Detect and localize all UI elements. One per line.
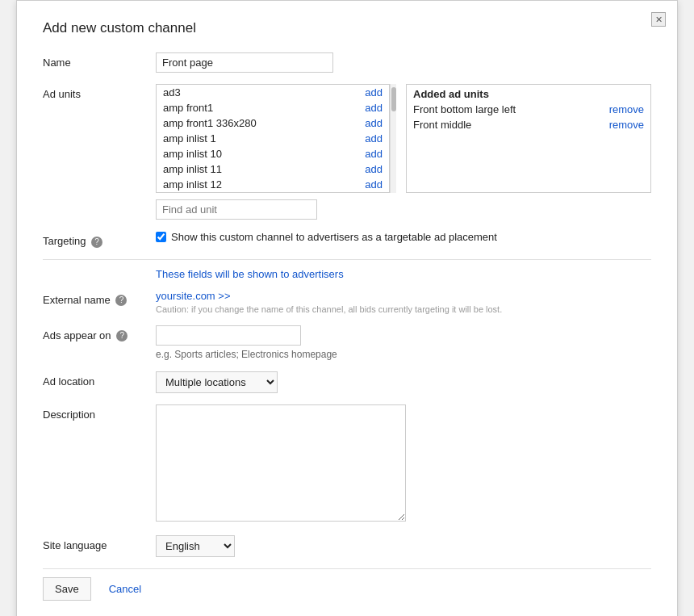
add-link[interactable]: add <box>365 163 383 175</box>
targeting-text: Show this custom channel to advertisers … <box>171 231 497 243</box>
ad-units-row: Ad units ad3 add amp front1 add <box>43 84 651 220</box>
add-link[interactable]: add <box>365 117 383 129</box>
add-link[interactable]: add <box>365 86 383 98</box>
targeting-content: Show this custom channel to advertisers … <box>156 231 651 243</box>
add-custom-channel-dialog: ✕ Add new custom channel Name Ad units a… <box>16 0 678 616</box>
site-language-content: English Spanish French German <box>156 535 651 557</box>
targeting-label: Targeting ? <box>43 231 156 248</box>
description-textarea[interactable] <box>156 404 406 522</box>
external-name-link[interactable]: yoursite.com >> <box>156 290 231 302</box>
list-item: amp inlist 10 add <box>157 146 389 161</box>
remove-link[interactable]: remove <box>609 103 644 115</box>
divider <box>43 568 651 569</box>
targeting-checkbox[interactable] <box>156 232 166 242</box>
list-item: amp front1 336x280 add <box>157 115 389 131</box>
add-link[interactable]: add <box>365 102 383 114</box>
list-item: Front middle remove <box>407 117 650 132</box>
ad-units-container: ad3 add amp front1 add amp front1 336x28… <box>156 84 651 220</box>
scrollbar[interactable] <box>390 84 396 193</box>
fields-notice: These fields will be shown to advertiser… <box>156 268 344 280</box>
ad-units-content: ad3 add amp front1 add amp front1 336x28… <box>156 84 651 220</box>
description-row: Description <box>43 404 651 524</box>
ad-location-content: Multiple locations Top Bottom Left Right <box>156 371 651 393</box>
name-label: Name <box>43 52 156 69</box>
ad-location-row: Ad location Multiple locations Top Botto… <box>43 371 651 393</box>
site-language-select[interactable]: English Spanish French German <box>156 535 235 557</box>
list-item: amp front1 add <box>157 100 389 115</box>
remove-link[interactable]: remove <box>609 119 644 131</box>
list-item: amp inlist 1 add <box>157 131 389 146</box>
ads-appear-on-input[interactable] <box>156 325 301 346</box>
cancel-button[interactable]: Cancel <box>109 583 141 595</box>
name-row: Name <box>43 52 651 73</box>
add-link[interactable]: add <box>365 148 383 160</box>
ad-units-label: Ad units <box>43 84 156 100</box>
name-input[interactable] <box>156 52 333 73</box>
caution-text: Caution: if you change the name of this … <box>156 304 651 314</box>
save-button[interactable]: Save <box>43 577 91 601</box>
ads-appear-on-content: e.g. Sports articles; Electronics homepa… <box>156 325 651 360</box>
description-content <box>156 404 651 524</box>
description-label: Description <box>43 404 156 421</box>
targeting-row: Targeting ? Show this custom channel to … <box>43 231 651 260</box>
external-name-help-icon[interactable]: ? <box>115 295 127 306</box>
targeting-help-icon[interactable]: ? <box>91 237 102 248</box>
external-name-content: yoursite.com >> Caution: if you change t… <box>156 290 651 314</box>
external-name-label: External name ? <box>43 290 156 307</box>
external-name-row: External name ? yoursite.com >> Caution:… <box>43 290 651 314</box>
added-ad-units-header: Added ad units <box>407 85 650 102</box>
dialog-title: Add new custom channel <box>43 20 651 36</box>
list-item: amp inlist 12 add <box>157 177 389 192</box>
eg-text: e.g. Sports articles; Electronics homepa… <box>156 349 651 360</box>
name-content <box>156 52 651 73</box>
ads-appear-help-icon[interactable]: ? <box>116 330 128 342</box>
add-link[interactable]: add <box>365 178 383 191</box>
form-actions: Save Cancel <box>43 577 651 601</box>
ad-units-list[interactable]: ad3 add amp front1 add amp front1 336x28… <box>156 84 390 193</box>
site-language-row: Site language English Spanish French Ger… <box>43 535 651 557</box>
targeting-checkbox-label[interactable]: Show this custom channel to advertisers … <box>156 231 651 243</box>
ad-location-label: Ad location <box>43 371 156 388</box>
ads-appear-on-label: Ads appear on ? <box>43 325 156 342</box>
ad-location-select[interactable]: Multiple locations Top Bottom Left Right <box>156 371 278 393</box>
list-item: Front bottom large left remove <box>407 102 650 117</box>
close-button[interactable]: ✕ <box>651 12 666 27</box>
scrollbar-thumb <box>391 87 396 111</box>
find-ad-unit-input[interactable] <box>156 199 317 220</box>
ads-appear-on-row: Ads appear on ? e.g. Sports articles; El… <box>43 325 651 360</box>
list-item: amp inlist 11 add <box>157 161 389 177</box>
added-ad-units-panel: Added ad units Front bottom large left r… <box>406 84 651 193</box>
site-language-label: Site language <box>43 535 156 551</box>
list-item: ad3 add <box>157 85 389 100</box>
add-link[interactable]: add <box>365 132 383 145</box>
